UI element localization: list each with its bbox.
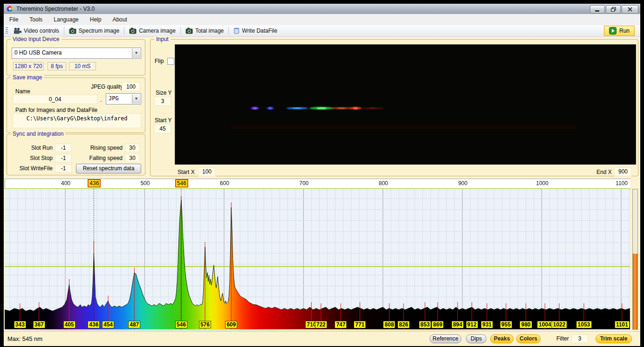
axis-tick-label: 800 [379, 180, 388, 187]
start-y-field[interactable]: 45 [154, 124, 171, 133]
slot-writefile-field[interactable]: -1 [55, 164, 72, 173]
toolbar-separator [228, 27, 229, 35]
start-y-label: Start Y [155, 117, 171, 124]
total-image-button[interactable]: Total image [182, 26, 227, 36]
toolbar-label: Spectrum image [79, 28, 119, 34]
peak-wavelength-label: 771 [354, 321, 366, 328]
jpeg-quality-label: JPEG quality [91, 83, 123, 90]
end-x-field[interactable]: 900 [614, 167, 632, 176]
peak-wavelength-label: 436 [88, 321, 100, 328]
camera-image-button[interactable]: Camera image [125, 26, 179, 36]
reference-button[interactable]: Reference [430, 334, 461, 343]
spectrum-plot[interactable] [5, 189, 630, 330]
marker-wavelength-label[interactable]: 546 [175, 179, 188, 187]
size-y-field[interactable]: 3 [154, 97, 171, 106]
run-label: Run [619, 28, 630, 34]
save-image-group: Save image JPEG quality 100 Name 0_04 . … [7, 77, 145, 133]
start-x-field[interactable]: 100 [198, 167, 216, 176]
falling-speed-field[interactable]: 30 [125, 154, 140, 162]
minimize-button[interactable] [590, 5, 605, 14]
slot-run-field[interactable]: -1 [55, 144, 72, 152]
flip-checkbox[interactable] [167, 58, 174, 65]
fps-button[interactable]: 8 fps [48, 62, 66, 70]
toolbar: Video controls Spectrum image Camera ima… [4, 25, 640, 37]
reset-spectrum-button[interactable]: Reset spectrum data [76, 164, 141, 174]
peak-wavelength-label: 808 [383, 321, 395, 328]
peak-wavelength-label: 747 [335, 321, 347, 328]
axis-tick-label: 600 [220, 180, 229, 187]
axis-tick-label: 500 [140, 180, 150, 187]
jpeg-quality-field[interactable]: 100 [122, 82, 140, 91]
peak-wavelength-label: 869 [432, 321, 444, 328]
video-input-group: Video Input Device 0 HD USB Camera ▼ 128… [7, 39, 145, 76]
run-button[interactable]: Run [604, 26, 635, 36]
slot-stop-field[interactable]: -1 [55, 154, 72, 162]
chevron-down-icon[interactable]: ▼ [132, 49, 140, 58]
dips-button[interactable]: Dips [466, 334, 486, 343]
video-device-select[interactable]: 0 HD USB Camera ▼ [12, 48, 141, 59]
resolution-button[interactable]: 1280 x 720 [13, 62, 44, 70]
toolbar-separator [124, 27, 124, 35]
restore-button[interactable] [606, 5, 621, 14]
menu-bar: File Tools Language Help About [4, 14, 640, 25]
marker-wavelength-label[interactable]: 436 [88, 179, 101, 187]
path-field[interactable]: C:\Users\GaryG\Desktop\infared [13, 113, 141, 128]
spectrum-image-button[interactable]: Spectrum image [65, 26, 123, 36]
group-title: Input [154, 36, 171, 42]
window-title: Theremino Spectrometer - V3.0 [16, 6, 95, 12]
chevron-down-icon[interactable]: ▼ [132, 94, 140, 104]
color-reference-strip [5, 329, 630, 331]
camera-preview[interactable] [175, 44, 636, 165]
title-bar[interactable]: Theremino Spectrometer - V3.0 [4, 4, 640, 14]
peak-wavelength-label: 1022 [552, 321, 567, 328]
peak-wavelength-label: 546 [175, 321, 187, 328]
group-title: Save image [11, 74, 44, 81]
app-window: Theremino Spectrometer - V3.0 File Tools… [4, 4, 640, 346]
datafile-icon [233, 28, 240, 35]
toolbar-grip[interactable] [6, 27, 8, 35]
close-button[interactable] [622, 5, 638, 14]
max-peak-readout: Max: 545 nm [7, 335, 42, 342]
format-value: JPG [109, 94, 119, 104]
filter-label: Filter [556, 335, 569, 342]
colors-button[interactable]: Colors [516, 334, 541, 343]
menu-about[interactable]: About [107, 14, 132, 25]
peak-wavelength-label: 894 [452, 321, 464, 328]
slot-writefile-label: Slot WriteFile [13, 165, 53, 172]
toolbar-separator [180, 27, 181, 35]
axis-tick-label: 1100 [616, 180, 628, 187]
spectral-lines-image [175, 45, 636, 164]
app-logo-icon [6, 5, 14, 13]
dot-separator: . [100, 97, 102, 103]
group-title: Video Input Device [11, 36, 62, 42]
peak-wavelength-label: 576 [199, 321, 211, 328]
peak-wavelength-label: 454 [102, 321, 114, 328]
trim-scale-button[interactable]: Trim scale [596, 334, 632, 343]
menu-language[interactable]: Language [48, 14, 84, 25]
peak-wavelength-label: 722 [315, 321, 327, 328]
peaks-button[interactable]: Peaks [490, 334, 514, 343]
toolbar-label: Video controls [24, 28, 59, 34]
toolbar-separator [64, 27, 64, 35]
image-name-field[interactable]: 0_04 [13, 95, 97, 104]
peak-wavelength-label: 1053 [576, 321, 592, 328]
exposure-button[interactable]: 10 mS [69, 62, 96, 70]
peak-wavelength-label: 931 [481, 321, 493, 328]
slot-stop-label: Slot Stop [16, 155, 53, 161]
peak-wavelength-label: 980 [520, 321, 532, 328]
menu-tools[interactable]: Tools [24, 14, 48, 25]
video-controls-button[interactable]: Video controls [10, 26, 63, 36]
wavelength-scale: 40050060070080090010001100436546 [5, 179, 630, 189]
write-datafile-button[interactable]: Write DataFile [230, 26, 281, 36]
menu-help[interactable]: Help [84, 14, 107, 25]
rising-speed-field[interactable]: 30 [125, 144, 140, 152]
peak-wavelength-label: 912 [466, 321, 478, 328]
peak-wavelength-label: 853 [419, 321, 431, 328]
end-x-label: End X [596, 169, 612, 175]
filter-field[interactable]: 3 [571, 334, 588, 343]
level-indicator-fill [633, 254, 637, 329]
peak-wavelength-label: 405 [63, 321, 75, 328]
format-select[interactable]: JPG ▼ [106, 93, 141, 104]
video-device-value: 0 HD USB Camera [14, 48, 62, 58]
menu-file[interactable]: File [4, 14, 24, 25]
